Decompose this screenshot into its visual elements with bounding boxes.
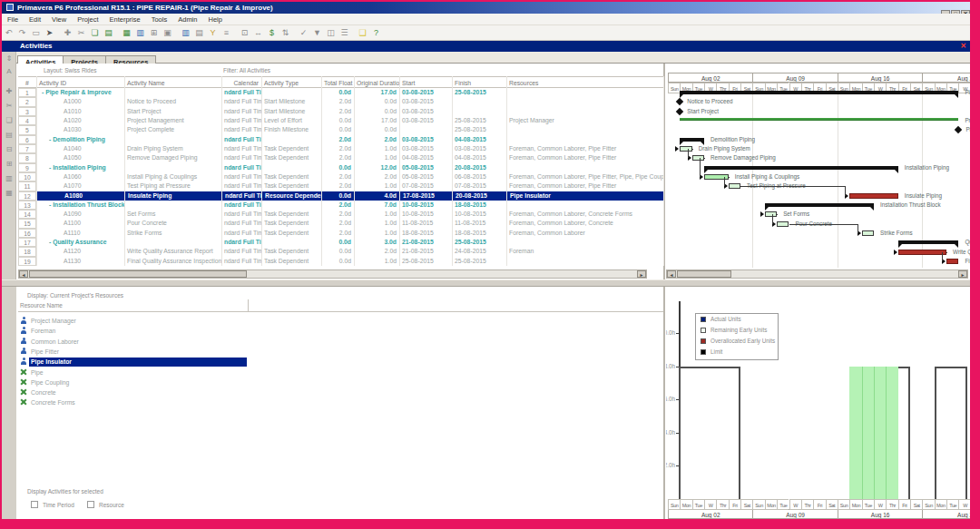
gantt-summary-bar[interactable] — [680, 91, 958, 94]
redo-icon[interactable]: ↷ — [15, 25, 29, 41]
add-activity-icon[interactable]: ✚ — [4, 87, 15, 95]
table-row[interactable]: 17- Quality Assurancendard Full Time0.0d… — [18, 238, 663, 247]
vertical-splitter-bottom[interactable] — [663, 287, 665, 519]
gantt-task-bar[interactable] — [765, 211, 777, 217]
table-row[interactable]: 9- Installation Pipingndard Full Time0.0… — [18, 163, 663, 172]
gantt-task-bar[interactable] — [680, 146, 691, 152]
resource-row[interactable]: Pipe Fitter — [18, 347, 663, 357]
relationships-icon[interactable]: ▦ — [4, 189, 15, 197]
scrollbar-thumb[interactable] — [677, 270, 731, 278]
table-row[interactable]: 14A1090Set Formsndard Full TimeTask Depe… — [18, 210, 663, 219]
checkbox-time-period[interactable] — [31, 501, 38, 508]
gantt-critical-bar[interactable] — [849, 193, 897, 199]
resource-row[interactable]: Pipe Coupling — [18, 377, 663, 387]
roles-icon[interactable]: ▥ — [133, 25, 147, 41]
activity-network-icon[interactable]: ◫ — [324, 25, 338, 41]
notebook-icon[interactable]: ❑ — [356, 25, 369, 41]
zoom-icon[interactable]: ⊡ — [238, 25, 251, 41]
menu-help[interactable]: Help — [202, 14, 227, 25]
scrollbar-thumb[interactable] — [29, 270, 247, 278]
filter-icon[interactable]: Y — [206, 25, 220, 41]
undo-icon[interactable]: ↶ — [2, 25, 15, 41]
close-icon[interactable]: ✕ — [960, 41, 966, 52]
checkbox-resource[interactable] — [87, 501, 94, 508]
columns-icon[interactable]: ▥ — [179, 25, 192, 41]
gantt-summary-bar[interactable] — [898, 240, 959, 244]
schedule-icon[interactable]: ✓ — [297, 25, 310, 41]
gantt-task-bar[interactable] — [692, 155, 704, 161]
menu-view[interactable]: View — [46, 14, 72, 25]
menu-enterprise[interactable]: Enterprise — [104, 14, 146, 25]
reports-icon[interactable]: ▣ — [161, 25, 174, 41]
costs-icon[interactable]: $ — [265, 25, 279, 41]
menu-file[interactable]: File — [2, 14, 24, 25]
gantt-critical-bar[interactable] — [898, 250, 946, 255]
layout-options-icon[interactable]: ⇕ — [4, 54, 15, 63]
resource-row[interactable]: Project Manager — [18, 316, 663, 326]
table-row[interactable]: 19A1130Final Quality Assurance Inspectio… — [18, 257, 663, 266]
group-sort-icon[interactable]: ≡ — [220, 25, 233, 41]
delete-activity-icon[interactable]: ✂ — [4, 102, 15, 110]
gantt-summary-bar[interactable] — [765, 203, 874, 207]
font-size-icon[interactable]: A — [4, 67, 15, 75]
table-font-icon[interactable]: ▤ — [192, 25, 206, 41]
table-row[interactable]: 4A1020Project Managementndard Full TimeL… — [18, 116, 663, 125]
gantt-loe-bar[interactable] — [680, 118, 958, 121]
scroll-right-icon[interactable]: ► — [637, 270, 646, 278]
resource-row[interactable]: Concrete Forms — [18, 397, 663, 407]
table-row[interactable]: 13- Installation Thrust Blockndard Full … — [18, 201, 663, 210]
resources-icon[interactable]: ▦ — [120, 25, 133, 41]
details-icon[interactable]: ▥ — [4, 174, 15, 182]
menu-admin[interactable]: Admin — [172, 14, 202, 25]
gantt-task-bar[interactable] — [862, 230, 874, 236]
paste-row-icon[interactable]: ▤ — [4, 131, 15, 139]
table-row[interactable]: 15A1100Pour Concretendard Full TimeTask … — [18, 219, 663, 228]
gantt-critical-bar[interactable] — [946, 259, 958, 264]
new-project-icon[interactable]: ▭ — [29, 25, 43, 41]
table-row[interactable]: 16A1110Strike Formsndard Full TimeTask D… — [18, 229, 663, 238]
menu-tools[interactable]: Tools — [146, 14, 173, 25]
resource-row[interactable]: Common Laborer — [18, 337, 663, 347]
gantt-summary-bar[interactable] — [704, 166, 898, 170]
table-row[interactable]: 10A1060Install Piping & Couplingsndard F… — [18, 172, 663, 181]
table-row[interactable]: 11A1070Test Piping at Pressurendard Full… — [18, 181, 663, 191]
gantt-icon[interactable]: ☰ — [338, 25, 351, 41]
table-horizontal-scrollbar[interactable]: ◄ ► — [18, 269, 647, 279]
title-bar[interactable]: Primavera P6 Professional R15.1 : PIPE R… — [2, 2, 970, 14]
progress-spotlight-icon[interactable]: ▼ — [310, 25, 324, 41]
scroll-left-icon[interactable]: ◄ — [667, 270, 676, 278]
scroll-right-icon[interactable]: ► — [958, 270, 967, 278]
expand-icon[interactable]: ⊞ — [4, 160, 15, 168]
menu-edit[interactable]: Edit — [24, 14, 46, 25]
menu-project[interactable]: Project — [72, 14, 103, 25]
gantt-task-bar[interactable] — [777, 221, 789, 227]
table-row[interactable]: 18A1120Write Quality Assurance Reportnda… — [18, 247, 663, 256]
scroll-left-icon[interactable]: ◄ — [19, 270, 28, 278]
add-icon[interactable]: ✚ — [61, 25, 74, 41]
paste-icon[interactable]: ▤ — [102, 25, 115, 41]
resource-row[interactable]: Pipe — [18, 367, 663, 377]
table-row[interactable]: 7A1040Drain Piping Systemndard Full Time… — [18, 144, 663, 153]
timescale-icon[interactable]: ↔ — [251, 25, 265, 41]
cursor-icon[interactable]: ➤ — [43, 25, 56, 41]
table-row[interactable]: 12A1080Insulate Pipingndard Full TimeRes… — [18, 191, 663, 201]
gantt-horizontal-scrollbar[interactable]: ◄ ► — [666, 269, 968, 279]
gantt-milestone[interactable] — [676, 98, 683, 105]
resource-row[interactable]: Concrete — [18, 387, 663, 397]
table-row[interactable]: 6- Demolition Pipingndard Full Time2.0d2… — [18, 135, 663, 144]
resource-row[interactable]: Foreman — [18, 326, 663, 336]
help-icon[interactable]: ? — [369, 25, 383, 41]
table-row[interactable]: 1- Pipe Repair & Improvendard Full Time0… — [18, 88, 663, 97]
copy-icon[interactable]: ❏ — [88, 25, 102, 41]
gantt-milestone[interactable] — [676, 108, 683, 115]
table-row[interactable]: 2A1000Notice to Proceedndard Full TimeSt… — [18, 97, 663, 106]
cut-icon[interactable]: ✂ — [74, 25, 88, 41]
table-row[interactable]: 5A1030Project Completendard Full TimeFin… — [18, 125, 663, 134]
gantt-task-bar[interactable] — [729, 183, 740, 189]
table-row[interactable]: 3A1010Start Projectndard Full TimeStart … — [18, 107, 663, 116]
level-resources-icon[interactable]: ⇅ — [279, 25, 292, 41]
resource-row[interactable]: Pipe Insulator — [18, 357, 663, 367]
wbs-icon[interactable]: ⊞ — [147, 25, 161, 41]
horizontal-splitter[interactable] — [2, 279, 970, 287]
table-row[interactable]: 8A1050Remove Damaged Pipingndard Full Ti… — [18, 153, 663, 162]
